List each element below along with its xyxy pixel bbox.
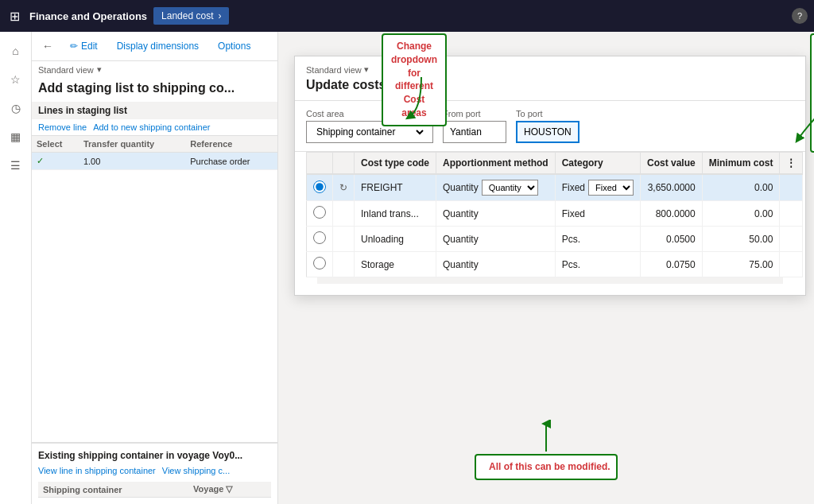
remove-line-button[interactable]: Remove line — [38, 122, 87, 132]
col-transfer-qty: Transfer quantity — [79, 136, 185, 153]
col-category-header: Category — [555, 153, 640, 175]
to-port-group: To port — [516, 109, 579, 143]
table-row[interactable]: ✓ 1.00 Purchase order — [32, 153, 277, 170]
col-shipping-container: Shipping container — [38, 482, 188, 498]
col-apportionment-header: Apportionment method — [436, 153, 556, 175]
breadcrumb[interactable]: Landed cost › — [153, 7, 229, 25]
ref-cell: Purchase order — [185, 153, 277, 170]
view-line-button[interactable]: View line in shipping container — [38, 466, 156, 475]
dropdown-arrow — [405, 77, 453, 125]
data-table-container: Cost type code Apportionment method Cate… — [295, 152, 805, 295]
dialog-header: Standard view ▾ Update costs — [295, 56, 805, 101]
back-button[interactable]: ← — [38, 37, 57, 56]
table-row[interactable]: Unloading Quantity Pcs. 0.0500 50.00 — [307, 227, 803, 252]
callout-bottom: All of this can be modified. — [475, 454, 618, 480]
sidebar-icon-clock[interactable]: ◷ — [3, 95, 29, 121]
chevron-icon: ▾ — [364, 64, 369, 75]
breadcrumb-text: Landed cost — [161, 10, 213, 21]
scrollbar-x[interactable] — [317, 277, 783, 284]
category-cell[interactable]: Fixed Fixed — [555, 174, 640, 201]
breadcrumb-chevron: › — [218, 10, 221, 21]
apportionment-cell: Quantity — [436, 252, 556, 277]
cost-code-cell: FREIGHT — [355, 174, 436, 201]
category-cell: Pcs. — [555, 252, 640, 277]
grid-icon[interactable]: ⊞ — [6, 6, 23, 27]
display-dimensions-button[interactable]: Display dimensions — [110, 37, 205, 55]
cost-code-cell: Unloading — [355, 227, 436, 252]
radio-cell — [307, 252, 333, 277]
cost-value-cell: 0.0750 — [641, 252, 703, 277]
costs-table: Cost type code Apportionment method Cate… — [306, 152, 803, 277]
view-shipping-button[interactable]: View shipping c... — [162, 466, 230, 475]
callout-bottom-container: All of this can be modified. — [475, 454, 618, 480]
bottom-arrow — [534, 420, 558, 452]
min-cost-cell: 75.00 — [702, 252, 780, 277]
app-title: Finance and Operations — [29, 10, 147, 22]
edit-button[interactable]: ✏ Edit — [64, 37, 104, 55]
sidebar-icon-list[interactable]: ☰ — [3, 153, 29, 178]
col-reference: Reference — [185, 136, 277, 153]
help-icon[interactable]: ? — [792, 8, 808, 24]
to-port-input[interactable] — [516, 121, 579, 143]
bottom-table: Shipping container Voyage ▽ — [38, 482, 271, 498]
dialog-title: Update costs — [306, 78, 794, 92]
apportionment-cell[interactable]: Quantity Quantity — [436, 174, 556, 201]
cost-code-cell: Storage — [355, 252, 436, 277]
table-row[interactable]: Inland trans... Quantity Fixed 800.0000 … — [307, 201, 803, 227]
to-port-label: To port — [516, 109, 579, 118]
col-select: Select — [32, 136, 79, 153]
refresh-cell — [333, 252, 355, 277]
cost-value-cell: 3,650.0000 — [641, 174, 703, 201]
col-radio-header — [307, 153, 333, 175]
apportionment-cell: Quantity — [436, 201, 556, 227]
staging-toolbar: Remove line Add to new shipping containe… — [32, 119, 277, 136]
options-button[interactable]: Options — [211, 37, 257, 55]
category-cell: Pcs. — [555, 227, 640, 252]
qty-cell: 1.00 — [79, 153, 185, 170]
radio-cell — [307, 174, 333, 201]
dialog-box: Standard view ▾ Update costs Cost area S… — [294, 56, 806, 296]
col-cost-value-header: Cost value — [641, 153, 703, 175]
radio-cell — [307, 201, 333, 227]
table-row[interactable]: ↻ FREIGHT Quantity Quantity Fixed — [307, 174, 803, 201]
sidebar-icon-home[interactable]: ⌂ — [3, 38, 29, 64]
table-row[interactable]: Storage Quantity Pcs. 0.0750 75.00 — [307, 252, 803, 277]
min-cost-cell: 0.00 — [702, 201, 780, 227]
cost-value-cell: 800.0000 — [641, 201, 703, 227]
col-voyage: Voyage ▽ — [188, 482, 271, 498]
menu-cell — [780, 174, 803, 201]
cost-value-cell: 0.0500 — [641, 227, 703, 252]
filter-icon: ▽ — [226, 484, 232, 494]
apportionment-select[interactable]: Quantity — [482, 180, 538, 196]
select-cell: ✓ — [32, 153, 79, 170]
refresh-cell[interactable]: ↻ — [333, 174, 355, 201]
cost-area-dropdown[interactable]: Shipping container Voyage Folio — [313, 126, 426, 138]
add-to-container-button[interactable]: Add to new shipping container — [93, 122, 210, 132]
col-refresh-header — [333, 153, 355, 175]
sidebar-icon-table[interactable]: ▦ — [3, 124, 29, 149]
col-min-cost-header: Minimum cost — [702, 153, 780, 175]
menu-cell — [780, 252, 803, 277]
category-cell: Fixed — [555, 201, 640, 227]
pencil-icon: ✏ — [70, 41, 78, 52]
right-panel: Standard view ▾ Update costs Cost area S… — [278, 32, 814, 504]
staging-table: Select Transfer quantity Reference ✓ 1.0… — [32, 136, 277, 170]
left-panel: ← ✏ Edit Display dimensions Options Stan… — [32, 32, 278, 504]
dialog-fields: Cost area Shipping container Voyage Foli… — [295, 101, 805, 152]
bottom-section-title: Existing shipping container in voyage Vo… — [38, 450, 271, 461]
apportionment-cell: Quantity — [436, 227, 556, 252]
sidebar-icons: ⌂ ☆ ◷ ▦ ☰ — [0, 32, 32, 504]
bottom-links: View line in shipping container View shi… — [38, 466, 271, 475]
dialog-standard-view[interactable]: Standard view ▾ — [306, 64, 794, 75]
chevron-down-icon: ▾ — [97, 64, 102, 75]
staging-section-title: Lines in staging list — [32, 102, 277, 119]
main-layout: ⌂ ☆ ◷ ▦ ☰ ← ✏ Edit Display dimensions Op… — [0, 32, 814, 504]
col-menu-header: ⋮ — [780, 153, 803, 175]
cost-code-cell: Inland trans... — [355, 201, 436, 227]
standard-view-left[interactable]: Standard view ▾ — [32, 61, 277, 78]
left-toolbar: ← ✏ Edit Display dimensions Options — [32, 32, 277, 61]
radio-cell — [307, 227, 333, 252]
min-cost-cell: 50.00 — [702, 227, 780, 252]
category-select[interactable]: Fixed — [588, 180, 634, 196]
sidebar-icon-star[interactable]: ☆ — [3, 67, 29, 92]
